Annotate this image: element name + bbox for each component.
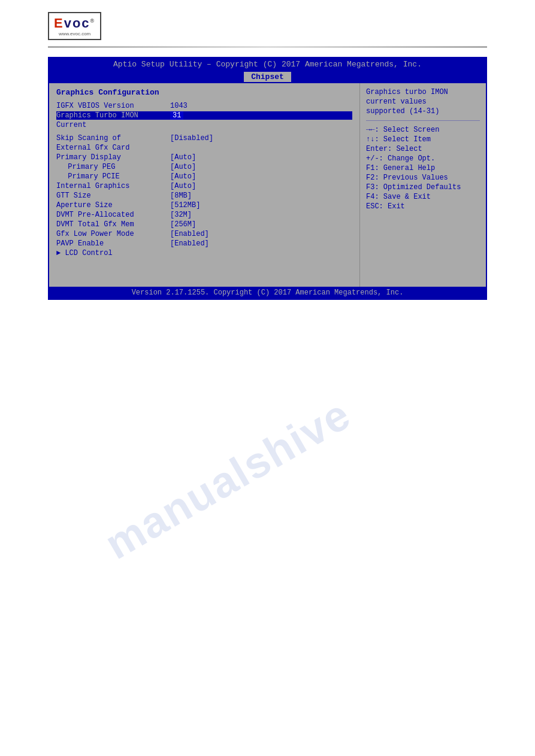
value-aperture-size: [512MB] (170, 201, 200, 210)
shortcut-enter: Enter: Select (366, 145, 480, 153)
bios-title: Aptio Setup Utility – Copyright (C) 2017… (49, 58, 486, 71)
bios-content: Graphics Configuration IGFX VBIOS Versio… (49, 83, 486, 287)
value-igfx-vbios: 1043 (170, 102, 188, 110)
label-gfx-turbo-imon: Graphics Turbo IMON (56, 111, 170, 120)
watermark: manualshive (48, 329, 407, 629)
help-text: Graphics turbo IMON current values suppo… (366, 88, 480, 116)
label-primary-peg: Primary PEG (56, 163, 170, 171)
label-pavp-enable: PAVP Enable (56, 239, 170, 248)
value-gtt-size: [8MB] (170, 192, 192, 200)
help-line-3: supported (14-31) (366, 107, 480, 116)
row-igfx-vbios[interactable]: IGFX VBIOS Version 1043 (56, 102, 352, 110)
label-lcd-control: ► LCD Control (56, 249, 170, 257)
label-gtt-size: GTT Size (56, 192, 170, 200)
bios-version: Version 2.17.1255. Copyright (C) 2017 Am… (49, 287, 486, 299)
shortcut-f3: F3: Optimized Defaults (366, 183, 480, 192)
shortcut-f4: F4: Save & Exit (366, 193, 480, 201)
value-primary-pcie: [Auto] (170, 172, 196, 181)
shortcut-f2: F2: Previous Values (366, 174, 480, 182)
label-primary-display: Primary Display (56, 153, 170, 162)
shortcut-change-opt: +/-: Change Opt. (366, 154, 480, 163)
label-aperture-size: Aperture Size (56, 201, 170, 210)
row-skip-scaning[interactable]: Skip Scaning of [Disabled] (56, 134, 352, 142)
value-primary-display: [Auto] (170, 153, 196, 162)
shortcut-select-screen: →←: Select Screen (366, 126, 480, 134)
row-primary-peg[interactable]: Primary PEG [Auto] (56, 163, 352, 171)
bios-left-panel: Graphics Configuration IGFX VBIOS Versio… (49, 83, 360, 287)
logo-url: www.evoc.com (54, 31, 95, 37)
logo-area: Evoc® www.evoc.com (0, 0, 535, 46)
value-skip-scaning: [Disabled] (170, 134, 213, 142)
row-primary-display[interactable]: Primary Display [Auto] (56, 153, 352, 162)
logo-box: Evoc® www.evoc.com (48, 12, 101, 40)
section-title: Graphics Configuration (56, 88, 352, 97)
row-gfx-turbo-imon[interactable]: Graphics Turbo IMON 31 (56, 111, 352, 120)
shortcut-select-item: ↑↓: Select Item (366, 135, 480, 144)
value-dvmt-total: [256M] (170, 220, 196, 229)
row-aperture-size[interactable]: Aperture Size [512MB] (56, 201, 352, 210)
help-line-2: current values (366, 98, 480, 106)
label-gfx-low-power: Gfx Low Power Mode (56, 230, 170, 238)
row-current: Current (56, 121, 352, 129)
watermark-text: manualshive (96, 389, 359, 569)
row-gtt-size[interactable]: GTT Size [8MB] (56, 192, 352, 200)
logo-divider (48, 46, 487, 48)
label-current: Current (56, 121, 170, 129)
label-external-gfx: External Gfx Card (56, 144, 170, 152)
label-primary-pcie: Primary PCIE (56, 172, 170, 181)
label-internal-graphics: Internal Graphics (56, 182, 170, 190)
label-skip-scaning: Skip Scaning of (56, 134, 170, 142)
label-dvmt-total: DVMT Total Gfx Mem (56, 220, 170, 229)
bios-right-panel: Graphics turbo IMON current values suppo… (360, 83, 486, 287)
logo-text: Evoc® (54, 16, 95, 31)
value-dvmt-pre: [32M] (170, 211, 192, 219)
value-gfx-turbo-imon: 31 (170, 111, 183, 120)
row-internal-graphics[interactable]: Internal Graphics [Auto] (56, 182, 352, 190)
row-external-gfx: External Gfx Card (56, 144, 352, 152)
bios-frame: Aptio Setup Utility – Copyright (C) 2017… (48, 57, 487, 300)
bios-tabs: Chipset (49, 71, 486, 83)
label-igfx-vbios: IGFX VBIOS Version (56, 102, 170, 110)
row-pavp-enable[interactable]: PAVP Enable [Enabled] (56, 239, 352, 248)
value-primary-peg: [Auto] (170, 163, 196, 171)
label-dvmt-pre: DVMT Pre-Allocated (56, 211, 170, 219)
help-line-1: Graphics turbo IMON (366, 88, 480, 96)
row-dvmt-total[interactable]: DVMT Total Gfx Mem [256M] (56, 220, 352, 229)
row-lcd-control[interactable]: ► LCD Control (56, 249, 352, 257)
row-primary-pcie[interactable]: Primary PCIE [Auto] (56, 172, 352, 181)
row-gfx-low-power[interactable]: Gfx Low Power Mode [Enabled] (56, 230, 352, 238)
value-internal-graphics: [Auto] (170, 182, 196, 190)
value-gfx-low-power: [Enabled] (170, 230, 209, 238)
bios-active-tab[interactable]: Chipset (244, 72, 291, 82)
right-divider (366, 120, 480, 121)
value-pavp-enable: [Enabled] (170, 239, 209, 248)
shortcut-f1: F1: General Help (366, 164, 480, 172)
shortcut-esc: ESC: Exit (366, 202, 480, 211)
row-dvmt-pre[interactable]: DVMT Pre-Allocated [32M] (56, 211, 352, 219)
